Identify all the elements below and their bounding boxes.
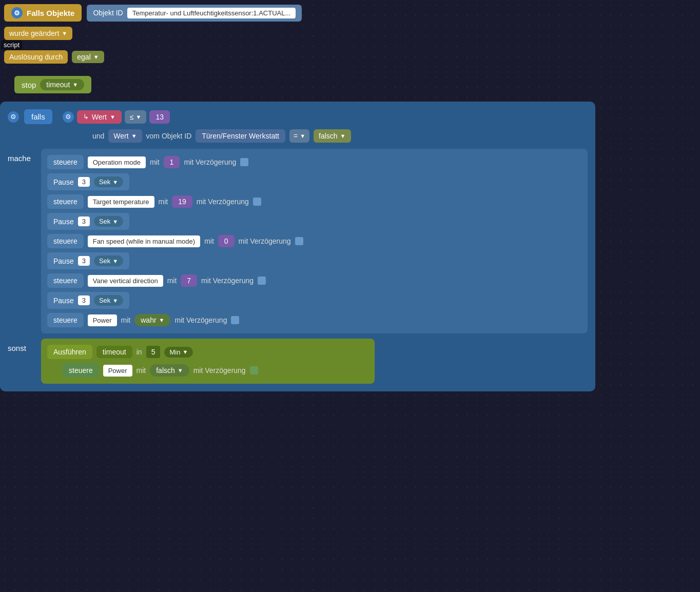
falls-block[interactable]: falls <box>24 109 52 124</box>
value-1-block[interactable]: 1 <box>164 156 180 168</box>
header-row: ⚙ Falls Objekte Objekt ID Temperatur- un… <box>4 4 302 22</box>
mit-verz-4: mit Verzögerung <box>201 277 254 285</box>
wert-label: Wert <box>92 113 107 121</box>
und-label: und <box>92 132 104 140</box>
timeout-label: timeout <box>46 81 70 89</box>
checkbox-sonst[interactable] <box>250 366 258 374</box>
auslosung-block[interactable]: Auslösung durch <box>4 50 68 64</box>
checkbox-5[interactable] <box>231 316 239 324</box>
steuere-block-1[interactable]: steuere <box>47 155 84 169</box>
falls-objekte-block[interactable]: ⚙ Falls Objekte <box>4 4 82 22</box>
wert2-block[interactable]: Wert ▼ <box>108 129 142 143</box>
gear-icon-cond: ⚙ <box>63 111 74 123</box>
equals-dropdown: ▼ <box>300 133 305 139</box>
in-label: in <box>137 348 142 356</box>
checkbox-1[interactable] <box>240 158 248 166</box>
device-power: Power <box>88 314 117 326</box>
steuere-row-3: steuere Fan speed (while in manual mode)… <box>47 234 581 248</box>
arrow-wert-block[interactable]: ↳ Wert ▼ <box>77 110 122 124</box>
mache-section: mache steuere Operation mode mit 1 mit V… <box>8 149 588 333</box>
number-13: 13 <box>155 113 164 121</box>
mit-verz-5: mit Verzögerung <box>174 316 227 324</box>
steuere-sonst-block[interactable]: steuere <box>63 363 99 378</box>
mache-label: mache <box>8 149 33 163</box>
egal-block[interactable]: egal ▼ <box>72 51 104 63</box>
egal-label: egal <box>77 53 90 61</box>
pause-block-4[interactable]: Pause 3 Sek ▼ <box>47 292 129 309</box>
mit-label-1: mit <box>150 158 160 166</box>
sek-block-3[interactable]: Sek ▼ <box>94 255 123 266</box>
wert-dropdown: ▼ <box>110 114 115 120</box>
equals-block[interactable]: = ▼ <box>289 129 309 143</box>
pause-number-4[interactable]: 3 <box>78 295 90 305</box>
stop-label: stop <box>22 81 36 89</box>
turen-block[interactable]: Türen/Fenster Werkstatt <box>196 129 285 143</box>
steuere-block-3[interactable]: steuere <box>47 234 84 248</box>
falsch-label: falsch <box>319 132 338 140</box>
equals-symbol: = <box>294 132 298 140</box>
falsch-dropdown: ▼ <box>340 133 346 139</box>
pause-block-2[interactable]: Pause 3 Sek ▼ <box>47 213 129 230</box>
wahr-block[interactable]: wahr ▼ <box>134 314 170 326</box>
operator-dropdown: ▼ <box>136 114 142 120</box>
checkbox-4[interactable] <box>258 277 266 285</box>
sek-block-4[interactable]: Sek ▼ <box>94 295 123 306</box>
condition-section: ⚙ falls ⚙ ↳ Wert ▼ ≤ ▼ 13 <box>8 109 588 143</box>
ausfuhren-block[interactable]: Ausführen <box>47 345 92 359</box>
stop-block[interactable]: stop timeout ▼ <box>14 76 91 93</box>
number-5-block[interactable]: 5 <box>146 346 161 358</box>
vom-objekt-label: vom Objekt ID <box>146 132 192 140</box>
sek-block-1[interactable]: Sek ▼ <box>94 176 123 187</box>
arrow-icon: ↳ <box>83 113 89 121</box>
mit-label-2: mit <box>159 198 168 206</box>
pause-row-1: Pause 3 Sek ▼ <box>47 173 581 190</box>
pause-block-3[interactable]: Pause 3 Sek ▼ <box>47 252 129 269</box>
falsch-block[interactable]: falsch ▼ <box>314 129 351 143</box>
value-2-block[interactable]: 19 <box>172 195 192 208</box>
steuere-block-5[interactable]: steuere <box>47 313 84 327</box>
mit-sonst: mit <box>137 366 146 374</box>
pause-row-4: Pause 3 Sek ▼ <box>47 292 581 309</box>
sek-block-2[interactable]: Sek ▼ <box>94 216 123 227</box>
wahr-label: wahr <box>141 316 156 324</box>
main-outer-container: ⚙ falls ⚙ ↳ Wert ▼ ≤ ▼ 13 <box>0 102 595 391</box>
egal-dropdown: ▼ <box>93 54 99 60</box>
steuere-row-1: steuere Operation mode mit 1 mit Verzöge… <box>47 155 581 169</box>
ausfuhren-row: Ausführen timeout in 5 Min ▼ <box>47 345 368 359</box>
number-block-13[interactable]: 13 <box>149 110 170 124</box>
value-4-block[interactable]: 7 <box>181 274 197 287</box>
pause-number-2[interactable]: 3 <box>78 216 90 226</box>
checkbox-3[interactable] <box>295 237 303 245</box>
steuere-row-5: steuere Power mit wahr ▼ mit Verzögerung <box>47 313 581 327</box>
objekt-id-block[interactable]: Objekt ID Temperatur- und Luftfeuchtigke… <box>87 5 302 22</box>
falls-header-row: ⚙ falls ⚙ ↳ Wert ▼ ≤ ▼ 13 <box>8 109 588 124</box>
steuere-row-2: steuere Target temperature mit 19 mit Ve… <box>47 194 581 209</box>
device-power-sonst: Power <box>103 365 132 377</box>
checkbox-2[interactable] <box>253 198 261 206</box>
timeout-sonst-block[interactable]: timeout <box>96 346 132 358</box>
pause-row-2: Pause 3 Sek ▼ <box>47 213 581 230</box>
steuere-block-4[interactable]: steuere <box>47 273 84 288</box>
device-target-temp: Target temperature <box>88 196 154 208</box>
mit-verz-1: mit Verzögerung <box>184 158 236 166</box>
pause-number-1[interactable]: 3 <box>78 177 90 187</box>
device-fan-speed: Fan speed (while in manual mode) <box>88 235 200 247</box>
min-block[interactable]: Min ▼ <box>164 347 193 358</box>
falls-objekte-label: Falls Objekte <box>27 9 74 17</box>
wert2-label: Wert <box>113 132 128 140</box>
condition-block-1: ⚙ ↳ Wert ▼ ≤ ▼ 13 <box>63 110 170 124</box>
sonst-container: Ausführen timeout in 5 Min ▼ steuere <box>41 339 375 384</box>
turen-label: Türen/Fenster Werkstatt <box>202 132 279 140</box>
falsch-pill-label: falsch <box>156 366 175 374</box>
value-3-block[interactable]: 0 <box>218 235 235 247</box>
timeout-pill[interactable]: timeout ▼ <box>40 79 84 90</box>
steuere-row-4: steuere Vane vertical direction mit 7 mi… <box>47 273 581 288</box>
pause-block-1[interactable]: Pause 3 Sek ▼ <box>47 173 129 190</box>
wurde-label: wurde geändert <box>9 29 59 37</box>
steuere-block-2[interactable]: steuere <box>47 194 84 209</box>
wurde-block[interactable]: wurde geändert ▼ <box>4 27 72 40</box>
operator-block[interactable]: ≤ ▼ <box>125 110 147 124</box>
pause-number-3[interactable]: 3 <box>78 256 90 266</box>
auslosung-row: Auslösung durch egal ▼ <box>4 50 104 64</box>
falsch-pill[interactable]: falsch ▼ <box>150 364 189 377</box>
